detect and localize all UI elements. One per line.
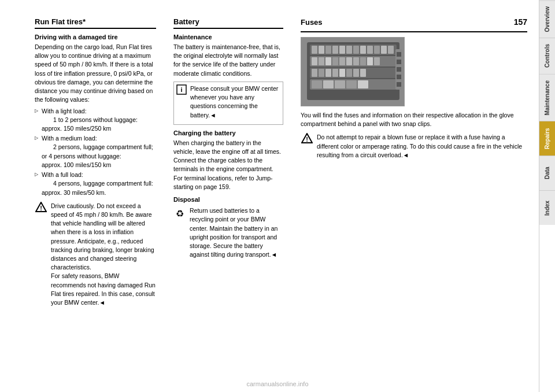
tab-overview[interactable]: Overview <box>539 0 555 38</box>
svg-rect-41 <box>312 80 322 88</box>
col-right: Fuses 157 <box>295 17 527 380</box>
svg-rect-13 <box>325 46 331 54</box>
svg-rect-39 <box>353 69 359 77</box>
svg-rect-31 <box>367 57 373 65</box>
section-title-fuses: Fuses <box>301 18 323 28</box>
fuses-title-row: Fuses 157 <box>301 17 527 32</box>
svg-rect-43 <box>335 80 345 88</box>
note-text: Please consult your BMW center whenever … <box>190 84 280 120</box>
warning-triangle-fuse-icon: ! <box>301 133 313 143</box>
driving-text: Depending on the cargo load, Run Flat ti… <box>35 43 156 105</box>
sub-light-load: 1 to 2 persons without luggage:approx. 1… <box>42 116 138 132</box>
svg-rect-29 <box>353 57 359 65</box>
subsection-title-driving: Driving with a damaged tire <box>35 34 156 40</box>
subsection-title-charging: Charging the battery <box>173 130 283 136</box>
disposal-text: Return used batteries to a recycling poi… <box>190 206 283 259</box>
sub-medium-load: 2 persons, luggage compartment full;or 4… <box>42 143 153 168</box>
warning-box-fuse: ! Do not attempt to repair a blown fuse … <box>301 133 527 160</box>
svg-rect-19 <box>367 46 373 54</box>
svg-rect-20 <box>374 46 380 54</box>
bullet-full-load: With a full load: 4 persons, luggage com… <box>35 171 156 197</box>
svg-rect-25 <box>325 57 331 65</box>
svg-rect-35 <box>325 69 331 77</box>
col-left: Run Flat tires* Driving with a damaged t… <box>35 17 168 380</box>
svg-rect-42 <box>323 80 334 88</box>
sub-full-load: 4 persons, luggage compartment full:appr… <box>42 180 153 195</box>
tab-repairs[interactable]: Repairs <box>539 121 555 156</box>
bullet-light-load: With a light load: 1 to 2 persons withou… <box>35 107 156 134</box>
fuses-svg <box>301 38 405 106</box>
page-container: Run Flat tires* Driving with a damaged t… <box>0 0 555 392</box>
svg-rect-47 <box>397 52 401 57</box>
recycle-icon: ♻ <box>173 207 186 221</box>
disposal-box: ♻ Return used batteries to a recycling p… <box>173 206 283 261</box>
sidebar-tabs: Overview Controls Maintenance Repairs Da… <box>539 0 555 392</box>
subsection-title-maintenance: Maintenance <box>173 34 283 40</box>
fuses-para1: You will find the fuses and information … <box>301 111 527 128</box>
svg-rect-14 <box>332 46 338 54</box>
svg-rect-36 <box>332 69 338 77</box>
page-number: 157 <box>514 17 527 27</box>
watermark: carmanualsonline.info <box>246 380 308 387</box>
svg-rect-38 <box>346 69 352 77</box>
tab-controls[interactable]: Controls <box>539 38 555 73</box>
warning-text-drive: Drive cautiously. Do not exceed a speed … <box>51 202 156 308</box>
bullet-medium-load: With a medium load: 2 persons, luggage c… <box>35 134 156 169</box>
warning-text-fuse: Do not attempt to repair a blown fuse or… <box>317 133 527 160</box>
main-content: Run Flat tires* Driving with a damaged t… <box>0 0 539 392</box>
subsection-title-disposal: Disposal <box>173 196 283 203</box>
tab-data[interactable]: Data <box>539 156 555 190</box>
svg-rect-26 <box>332 57 338 65</box>
svg-rect-40 <box>360 69 366 77</box>
svg-rect-15 <box>339 46 345 54</box>
svg-text:i: i <box>180 86 182 93</box>
note-box-bmw: i Please consult your BMW center wheneve… <box>173 82 283 125</box>
svg-rect-22 <box>388 46 394 54</box>
svg-rect-49 <box>397 67 401 72</box>
svg-rect-28 <box>346 57 352 65</box>
svg-rect-32 <box>374 57 380 65</box>
note-icon: i <box>176 84 187 96</box>
svg-rect-44 <box>346 80 357 88</box>
svg-rect-48 <box>397 60 401 64</box>
svg-rect-30 <box>360 57 366 65</box>
warning-box-drive: ! Drive cautiously. Do not exceed a spee… <box>35 202 156 308</box>
charging-text: When charging the battery in the vehicle… <box>173 139 283 191</box>
svg-rect-17 <box>353 46 359 54</box>
fuses-image <box>301 37 405 106</box>
svg-rect-16 <box>346 46 352 54</box>
svg-rect-21 <box>381 46 387 54</box>
tab-maintenance[interactable]: Maintenance <box>539 74 555 121</box>
svg-rect-33 <box>312 69 317 77</box>
tab-index[interactable]: Index <box>539 190 555 225</box>
svg-rect-18 <box>360 46 366 54</box>
svg-rect-34 <box>319 69 324 77</box>
svg-rect-23 <box>312 57 317 65</box>
svg-text:!: ! <box>40 205 42 212</box>
svg-rect-50 <box>397 75 401 79</box>
svg-rect-45 <box>358 80 368 88</box>
col-middle: Battery Maintenance The battery is maint… <box>168 17 295 380</box>
svg-text:!: ! <box>306 136 308 143</box>
svg-rect-27 <box>339 57 345 65</box>
section-title-battery: Battery <box>173 17 283 29</box>
maintenance-text: The battery is maintenance-free, that is… <box>173 43 283 78</box>
svg-rect-24 <box>319 57 324 65</box>
svg-rect-37 <box>339 69 345 77</box>
svg-rect-51 <box>397 82 401 87</box>
svg-text:♻: ♻ <box>176 209 184 219</box>
warning-triangle-icon: ! <box>35 202 47 212</box>
section-title-runflat: Run Flat tires* <box>35 17 156 29</box>
svg-rect-11 <box>312 46 317 54</box>
svg-rect-12 <box>319 46 324 54</box>
